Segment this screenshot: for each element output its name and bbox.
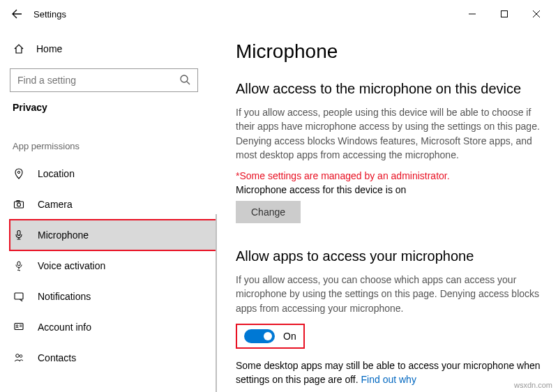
account-info-icon — [13, 322, 25, 333]
apps-access-toggle-group: On — [236, 324, 305, 349]
close-button[interactable] — [520, 3, 552, 25]
minimize-button[interactable] — [456, 3, 488, 25]
svg-point-15 — [16, 354, 20, 358]
sidebar-item-label: Voice activation — [38, 260, 105, 271]
device-access-status: Microphone access for this device is on — [236, 184, 544, 195]
sidebar-item-camera[interactable]: Camera — [10, 189, 216, 220]
voice-activation-icon — [13, 260, 25, 271]
svg-rect-5 — [15, 202, 24, 208]
svg-rect-10 — [15, 293, 23, 299]
search-box[interactable] — [10, 68, 198, 92]
sidebar: Home Privacy App permissions Location Ca… — [0, 28, 216, 392]
location-icon — [13, 168, 25, 179]
content-area: Microphone Allow access to the microphon… — [216, 28, 558, 392]
toggle-state-label: On — [283, 331, 296, 342]
titlebar: Settings — [0, 0, 558, 28]
sidebar-item-label: Account info — [38, 322, 91, 333]
svg-rect-1 — [502, 11, 508, 17]
notifications-icon — [13, 291, 25, 302]
find-out-why-link[interactable]: Find out why — [361, 374, 416, 385]
sidebar-item-notifications[interactable]: Notifications — [10, 281, 216, 312]
search-icon — [179, 74, 192, 86]
scrollbar[interactable] — [216, 214, 217, 392]
apps-access-toggle[interactable] — [244, 329, 275, 343]
nav-list: Location Camera Microphone Voice activat… — [10, 158, 216, 373]
sidebar-item-voice-activation[interactable]: Voice activation — [10, 250, 216, 281]
group-label: App permissions — [10, 141, 216, 151]
section2-heading: Allow apps to access your microphone — [236, 248, 544, 264]
sidebar-item-account-info[interactable]: Account info — [10, 312, 216, 342]
contacts-icon — [13, 352, 25, 363]
page-title: Microphone — [236, 40, 544, 63]
home-label: Home — [36, 43, 62, 54]
camera-icon — [13, 199, 25, 210]
svg-point-4 — [17, 171, 20, 173]
svg-point-16 — [20, 355, 22, 358]
microphone-icon — [13, 229, 25, 241]
admin-note: *Some settings are managed by an adminis… — [236, 170, 544, 181]
sidebar-item-microphone[interactable]: Microphone — [10, 220, 216, 250]
search-input[interactable] — [10, 69, 197, 91]
svg-point-6 — [17, 203, 21, 206]
sidebar-item-label: Location — [38, 168, 75, 179]
sidebar-item-contacts[interactable]: Contacts — [10, 342, 216, 373]
home-nav[interactable]: Home — [10, 36, 216, 61]
svg-rect-9 — [17, 262, 20, 266]
window-title: Settings — [33, 9, 66, 20]
category-label: Privacy — [10, 102, 216, 113]
section1-heading: Allow access to the microphone on this d… — [236, 81, 544, 97]
svg-rect-8 — [17, 231, 20, 236]
desktop-apps-note: Some desktop apps may still be able to a… — [236, 359, 543, 387]
change-button[interactable]: Change — [236, 201, 301, 223]
watermark: wsxdn.com — [514, 381, 552, 389]
sidebar-item-location[interactable]: Location — [10, 158, 216, 189]
sidebar-item-label: Microphone — [38, 229, 89, 241]
arrow-left-icon — [11, 8, 22, 20]
section1-desc: If you allow access, people using this d… — [236, 105, 543, 162]
window-controls — [456, 3, 552, 25]
svg-point-12 — [16, 325, 18, 327]
back-button[interactable] — [6, 3, 28, 25]
svg-point-2 — [181, 75, 188, 82]
sidebar-item-label: Camera — [38, 199, 73, 210]
svg-line-3 — [187, 82, 190, 84]
sidebar-item-label: Notifications — [38, 291, 91, 302]
home-icon — [13, 43, 25, 54]
maximize-button[interactable] — [488, 3, 520, 25]
sidebar-item-label: Contacts — [38, 352, 76, 363]
section2-desc: If you allow access, you can choose whic… — [236, 273, 543, 315]
